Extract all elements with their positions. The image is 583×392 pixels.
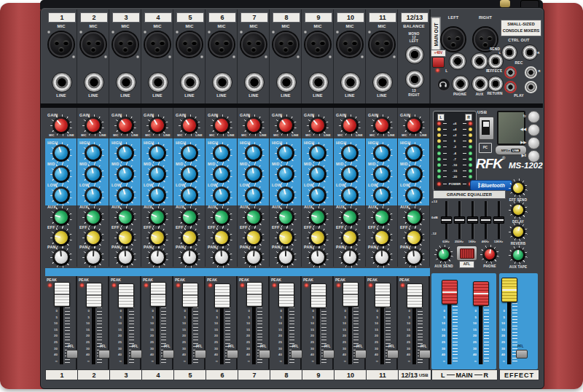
main-r-fader[interactable]	[473, 281, 489, 306]
ch8-pfl-button[interactable]	[291, 350, 302, 358]
ch7-low-knob[interactable]	[243, 184, 265, 206]
main-l-fader[interactable]	[442, 280, 458, 305]
ch4-pfl-button[interactable]	[163, 350, 174, 358]
ch3-gain-knob[interactable]	[114, 114, 136, 136]
ch6-pfl-button[interactable]	[227, 350, 238, 358]
ch4-fader[interactable]	[150, 282, 166, 307]
ch12-13-gain-knob[interactable]	[403, 114, 425, 136]
effect-fader[interactable]	[501, 278, 517, 302]
ch11-fader[interactable]	[375, 283, 391, 307]
ch10-low-knob[interactable]	[339, 184, 361, 206]
ch12-13-fader[interactable]	[407, 283, 423, 308]
ch10-high-knob[interactable]	[339, 142, 361, 164]
ch6-fader[interactable]	[214, 283, 230, 308]
ch3-pan-knob[interactable]	[114, 246, 136, 268]
ch7-fader[interactable]	[246, 282, 262, 307]
ch6-high-knob[interactable]	[211, 142, 232, 164]
ch2-pan-knob[interactable]	[82, 246, 104, 268]
ch6-pan-knob[interactable]	[211, 246, 232, 268]
ch8-pan-knob[interactable]	[275, 246, 297, 268]
ch10-pan-knob[interactable]	[339, 246, 361, 268]
ch11-mid-knob[interactable]	[371, 163, 393, 185]
effect-pfl-button[interactable]	[516, 350, 528, 358]
ch4-gain-knob[interactable]	[146, 114, 168, 136]
ch12-13-pan-knob[interactable]	[403, 246, 425, 268]
ch5-mid-knob[interactable]	[179, 163, 200, 185]
ch8-low-knob[interactable]	[275, 184, 297, 206]
ch5-low-knob[interactable]	[179, 184, 200, 206]
eq-band-slider-3[interactable]	[480, 216, 491, 224]
ch2-gain-knob[interactable]	[82, 114, 104, 136]
ch9-pan-knob[interactable]	[307, 246, 329, 268]
ch5-pan-knob[interactable]	[179, 246, 200, 268]
ch2-high-knob[interactable]	[82, 142, 104, 164]
ch8-mid-knob[interactable]	[275, 163, 297, 185]
ch11-pfl-button[interactable]	[387, 350, 399, 358]
ch7-high-knob[interactable]	[243, 142, 265, 164]
ch1-gain-knob[interactable]	[50, 114, 72, 136]
ch3-pfl-button[interactable]	[130, 350, 142, 358]
aux-tape-knob[interactable]	[509, 246, 528, 264]
ch12-13-low-knob[interactable]	[403, 184, 425, 206]
eq-band-slider-0[interactable]	[441, 216, 452, 224]
ch9-gain-knob[interactable]	[307, 114, 329, 136]
ch8-gain-knob[interactable]	[275, 114, 297, 136]
ch4-pan-knob[interactable]	[146, 246, 168, 268]
eq-band-slider-2[interactable]	[467, 216, 478, 224]
ch1-pan-knob[interactable]	[50, 246, 72, 268]
ch2-mid-knob[interactable]	[82, 163, 104, 185]
ch11-low-knob[interactable]	[371, 184, 393, 206]
ch11-gain-knob[interactable]	[371, 114, 393, 136]
delay-knob[interactable]	[509, 200, 528, 219]
ch9-fader[interactable]	[310, 283, 326, 308]
mode-button[interactable]	[528, 111, 540, 123]
ch7-mid-knob[interactable]	[243, 163, 265, 185]
ch2-pfl-button[interactable]	[98, 350, 110, 358]
ch8-fader[interactable]	[278, 283, 294, 307]
ch1-pfl-button[interactable]	[66, 350, 78, 358]
ch6-mid-knob[interactable]	[211, 163, 232, 185]
ch7-pan-knob[interactable]	[243, 246, 265, 268]
phone-knob[interactable]	[480, 245, 499, 264]
ch3-low-knob[interactable]	[114, 184, 136, 206]
ch9-low-knob[interactable]	[307, 184, 329, 206]
ch7-gain-knob[interactable]	[243, 114, 265, 136]
ch5-fader[interactable]	[182, 283, 198, 307]
ch5-gain-knob[interactable]	[179, 114, 200, 136]
ch2-low-knob[interactable]	[82, 184, 104, 206]
ch11-high-knob[interactable]	[371, 142, 393, 164]
previous-button[interactable]	[528, 124, 540, 136]
ch3-high-knob[interactable]	[114, 142, 136, 164]
ch1-fader[interactable]	[54, 282, 70, 307]
ch4-low-knob[interactable]	[146, 184, 168, 206]
ch2-fader[interactable]	[86, 283, 102, 307]
play-pause-button[interactable]	[528, 150, 540, 162]
ch1-high-knob[interactable]	[50, 142, 72, 164]
ch9-mid-knob[interactable]	[307, 163, 329, 185]
ch12-13-pfl-button[interactable]	[419, 350, 431, 358]
ch5-high-knob[interactable]	[179, 142, 200, 164]
ch12-13-high-knob[interactable]	[403, 142, 425, 164]
usb-port[interactable]	[479, 117, 494, 140]
reverb-knob[interactable]	[509, 222, 528, 241]
eff-send-knob[interactable]	[509, 179, 528, 197]
ch6-gain-knob[interactable]	[211, 114, 232, 136]
ch9-high-knob[interactable]	[307, 142, 329, 164]
afl-button[interactable]	[460, 248, 474, 259]
phantom-switch[interactable]	[432, 57, 445, 68]
ch10-gain-knob[interactable]	[339, 114, 361, 136]
ch4-high-knob[interactable]	[146, 142, 168, 164]
eq-band-slider-1[interactable]	[454, 216, 465, 224]
ch5-pfl-button[interactable]	[195, 350, 206, 358]
ch10-fader[interactable]	[343, 282, 359, 307]
ch3-mid-knob[interactable]	[114, 163, 136, 185]
ch9-pfl-button[interactable]	[323, 350, 334, 358]
ch1-low-knob[interactable]	[50, 184, 72, 206]
ch8-high-knob[interactable]	[275, 142, 297, 164]
ch4-mid-knob[interactable]	[146, 163, 168, 185]
ch1-mid-knob[interactable]	[50, 163, 72, 185]
ch10-pfl-button[interactable]	[355, 350, 367, 358]
ch10-mid-knob[interactable]	[339, 163, 361, 185]
ch6-low-knob[interactable]	[211, 184, 232, 206]
aux-send-knob[interactable]	[434, 245, 453, 264]
